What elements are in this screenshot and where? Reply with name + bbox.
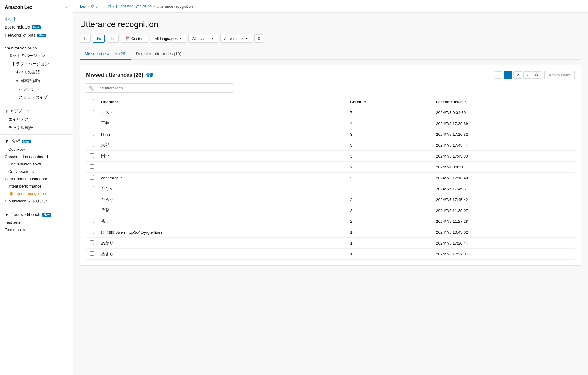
add-to-intent-button[interactable]: Add to intent	[544, 71, 575, 79]
row-checkbox-6[interactable]	[90, 175, 94, 180]
panel-title: Missed utterances (26) 情報	[86, 72, 153, 78]
utterance-cell: たなか	[98, 183, 347, 194]
sidebar-divider-4	[0, 208, 73, 208]
version-filter-button[interactable]: All versions ▼	[220, 35, 252, 43]
sidebar-item-test-workbench-group[interactable]: ▼ Test workbench New	[0, 210, 73, 219]
last-date-cell: 2024/7/5 17:45:42	[432, 194, 575, 205]
sidebar-item-test-sets[interactable]: Test sets	[0, 219, 73, 226]
tab-detected-utterances[interactable]: Detected utterances (19)	[131, 48, 186, 60]
sidebar-item-test-results[interactable]: Test results	[0, 226, 73, 233]
sort-icon-last-date: ▽	[465, 100, 467, 104]
sidebar-item-deploy[interactable]: ▼ ▼ デプロイ	[0, 107, 73, 115]
sidebar-item-japanese[interactable]: ▼ 日本語 (JP)	[0, 76, 73, 85]
breadcrumb-sep-2: ›	[104, 4, 105, 9]
row-checkbox-8[interactable]	[90, 197, 94, 201]
info-link[interactable]: 情報	[146, 73, 153, 78]
sidebar-item-alias[interactable]: エイリアス	[0, 115, 73, 124]
table-row: たろう 2 2024/7/5 17:45:42	[86, 194, 575, 205]
utterance-cell: 平井	[98, 118, 347, 129]
language-filter-label: All languages	[155, 36, 178, 41]
sidebar-item-conversation-flows[interactable]: Conversation flows	[0, 160, 73, 168]
sidebar-item-overview[interactable]: Overview	[0, 146, 73, 153]
next-page-button[interactable]: ›	[523, 71, 531, 79]
row-checkbox-cell	[86, 140, 98, 151]
count-cell: 2	[347, 194, 432, 205]
row-checkbox-0[interactable]	[90, 110, 94, 114]
breadcrumb: Lex › ボット › ボット: cm-hirai-yes-or-no › Ut…	[73, 0, 588, 13]
last-date-cell: 2024/7/4 8:03:11	[432, 162, 575, 173]
pagination-settings-icon[interactable]: ⚙	[532, 71, 541, 79]
select-all-header	[86, 97, 98, 107]
alias-filter-button[interactable]: All aliases ▼	[188, 35, 218, 43]
row-checkbox-cell	[86, 238, 98, 249]
table-row: 平井 4 2024/7/5 17:29:39	[86, 118, 575, 129]
settings-icon[interactable]: ⚙	[254, 34, 263, 43]
select-all-checkbox[interactable]	[90, 99, 94, 103]
row-checkbox-1[interactable]	[90, 121, 94, 125]
sidebar-item-bot-name[interactable]: cm-hirai-yes-or-no	[0, 44, 73, 52]
sidebar-item-utterance-recognition[interactable]: Utterance recognition	[0, 190, 73, 197]
time-1d-button[interactable]: 1d	[80, 35, 91, 43]
last-date-column-header[interactable]: Last date used ▽	[432, 97, 575, 107]
time-1w-button[interactable]: 1w	[93, 35, 104, 43]
time-1m-button[interactable]: 1m	[107, 35, 119, 43]
breadcrumb-bots[interactable]: ボット	[91, 4, 102, 9]
sidebar-item-slot-types[interactable]: スロットタイプ	[0, 93, 73, 102]
sidebar-divider-3	[0, 134, 73, 135]
row-checkbox-9[interactable]	[90, 208, 94, 212]
sidebar-item-networks[interactable]: Networks of bots New	[0, 31, 73, 39]
search-input[interactable]	[86, 83, 233, 93]
table-row: confirm faild 2 2024/7/5 17:16:48	[86, 173, 575, 183]
row-checkbox-12[interactable]	[90, 240, 94, 245]
sidebar-item-channel[interactable]: チャネル統合	[0, 124, 73, 132]
breadcrumb-lex[interactable]: Lex	[80, 4, 86, 9]
row-checkbox-11[interactable]	[90, 230, 94, 234]
table-row: 2 2024/7/4 8:03:11	[86, 162, 575, 173]
row-checkbox-5[interactable]	[90, 164, 94, 169]
table-row: あかり 1 2024/7/5 17:26:44	[86, 238, 575, 249]
sidebar-item-cloudwatch[interactable]: CloudWatch メトリクス	[0, 197, 73, 205]
japanese-label: 日本語 (JP)	[20, 78, 40, 83]
table-row: !!!!!!!!!!!!!3wermftqo3u4t5yrgfe4itors 1…	[86, 227, 575, 238]
row-checkbox-3[interactable]	[90, 143, 94, 147]
sidebar-item-performance-dashboard[interactable]: Performance dashboard	[0, 175, 73, 183]
calendar-icon: 📅	[125, 36, 130, 41]
last-date-cell: 2024/7/5 11:29:07	[432, 205, 575, 216]
last-date-cell: 2024/7/5 17:16:32	[432, 129, 575, 140]
sidebar-item-draft-version[interactable]: ドラフトバージョン	[0, 60, 73, 68]
row-checkbox-10[interactable]	[90, 219, 94, 223]
count-cell: 3	[347, 140, 432, 151]
sidebar-item-intent-performance[interactable]: Intent performance	[0, 183, 73, 190]
table-body: テスト 7 2024/7/5 9:34:50 平井 4 2024/7/5 17:…	[86, 107, 575, 260]
custom-label: Custom	[131, 36, 145, 41]
badge-new-analytics: New	[22, 140, 31, 143]
utterance-cell: あかり	[98, 238, 347, 249]
sidebar-item-bot-templates[interactable]: Bot templates New	[0, 23, 73, 31]
row-checkbox-13[interactable]	[90, 251, 94, 256]
last-date-cell: 2024/7/5 10:45:02	[432, 227, 575, 238]
sidebar-item-conversation-dashboard[interactable]: Conversation dashboard	[0, 153, 73, 160]
page-2-button[interactable]: 2	[513, 71, 522, 79]
prev-page-button[interactable]: ‹	[495, 71, 502, 79]
close-icon[interactable]: ×	[65, 5, 68, 10]
sidebar-item-conversations[interactable]: Conversations	[0, 168, 73, 175]
row-checkbox-4[interactable]	[90, 153, 94, 158]
chevron-down-icon-test: ▼	[5, 212, 9, 217]
sidebar-item-bots[interactable]: ボット	[0, 15, 73, 23]
sidebar-item-bot-versions[interactable]: ボットのバージョン	[0, 52, 73, 60]
breadcrumb-bot-name[interactable]: ボット: cm-hirai-yes-or-no	[107, 4, 152, 9]
count-cell: 4	[347, 118, 432, 129]
page-1-button[interactable]: 1	[504, 71, 512, 79]
row-checkbox-7[interactable]	[90, 186, 94, 190]
custom-date-button[interactable]: 📅 Custom	[121, 35, 148, 43]
count-cell: 2	[347, 183, 432, 194]
tab-missed-utterances[interactable]: Missed utterances (26)	[80, 48, 131, 60]
language-filter-button[interactable]: All languages ▼	[151, 35, 186, 43]
sidebar-item-all-languages[interactable]: すべての言語	[0, 68, 73, 76]
badge-new-networks: New	[37, 34, 46, 37]
sidebar-item-analytics-group[interactable]: ▼ 分析 New	[0, 137, 73, 146]
sidebar-item-intents[interactable]: インテント	[0, 85, 73, 93]
row-checkbox-2[interactable]	[90, 132, 94, 136]
table-header-row: Utterance Count ▼ Last date used ▽	[86, 97, 575, 107]
count-column-header[interactable]: Count ▼	[347, 97, 432, 107]
